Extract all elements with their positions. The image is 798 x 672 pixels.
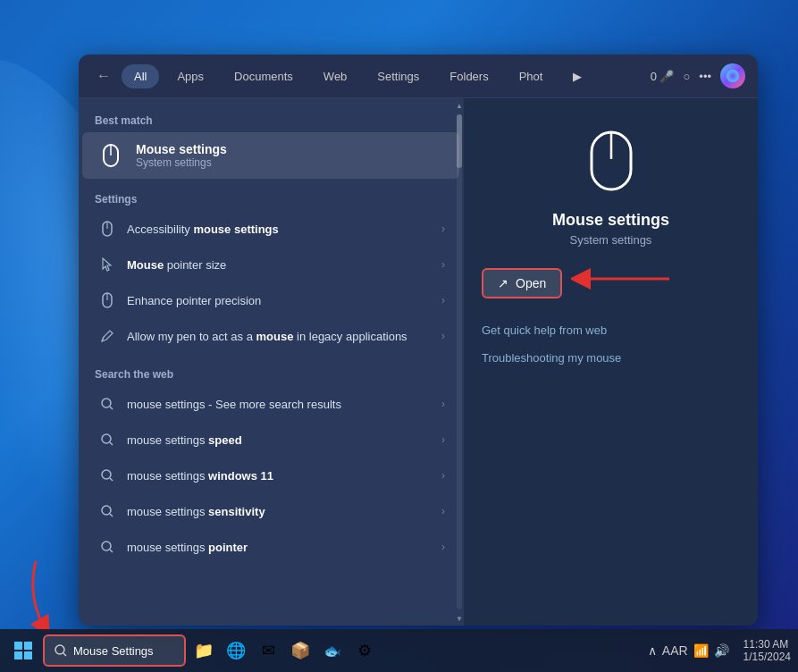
mouse-icon [97,218,118,239]
best-match-label: Best match [79,111,463,132]
list-item[interactable]: mouse settings - See more search results… [82,386,459,422]
best-match-title: Mouse settings [136,142,227,156]
svg-line-11 [110,442,113,445]
svg-line-17 [110,550,113,552]
list-item[interactable]: mouse settings sensitivity › [82,493,459,529]
scroll-down[interactable]: ▼ [456,611,463,626]
tray-icons: ∧ AAR 📶 🔊 [641,643,736,658]
right-title: Mouse settings [552,211,669,230]
open-icon: ↗ [498,276,508,290]
chevron-icon: › [441,294,445,307]
search-icon [97,393,118,415]
item-text: mouse settings pointer [127,541,433,554]
right-links: Get quick help from web Troubleshooting … [482,316,740,372]
taskbar: Mouse Settings 📁 🌐 ✉ 📦 🐟 ⚙ ∧ AAR 📶 🔊 11:… [0,629,798,672]
chevron-icon: › [441,469,445,482]
best-match-item[interactable]: Mouse settings System settings [82,132,459,179]
svg-rect-22 [14,651,22,659]
nav-circle[interactable]: ○ [683,70,690,83]
tab-documents[interactable]: Documents [222,64,306,88]
tab-folders[interactable]: Folders [437,64,500,88]
item-text: Accessibility mouse settings [127,223,433,236]
tab-settings[interactable]: Settings [365,64,432,88]
taskbar-search-text: Mouse Settings [73,644,154,658]
copilot-icon[interactable] [720,63,745,88]
open-button[interactable]: ↗ Open [482,268,562,298]
taskbar-store-icon[interactable]: 📦 [286,636,315,665]
chevron-icon: › [441,258,445,271]
list-item[interactable]: Allow my pen to act as a mouse in legacy… [82,318,459,354]
scroll-up[interactable]: ▲ [456,98,463,113]
chevron-icon: › [441,330,445,342]
chevron-icon: › [441,398,445,410]
nav-back-button[interactable]: ← [91,63,116,88]
taskbar-clock[interactable]: 11:30 AM1/15/2024 [743,638,791,663]
item-text: Allow my pen to act as a mouse in legacy… [127,330,433,343]
svg-line-15 [110,514,113,517]
search-nav: ← All Apps Documents Web Settings Folder… [79,55,758,98]
list-item[interactable]: mouse settings speed › [82,422,459,458]
taskbar-edge-icon[interactable]: 🌐 [222,636,250,665]
item-text: mouse settings windows 11 [127,469,433,483]
web-label: Search the web [79,365,463,386]
taskbar-files-icon[interactable]: 📁 [189,636,218,665]
list-item[interactable]: Accessibility mouse settings › [82,211,459,247]
taskbar-right: ∧ AAR 📶 🔊 11:30 AM1/15/2024 [641,638,791,663]
svg-point-24 [55,645,64,654]
tray-up-icon[interactable]: ∧ [648,643,657,658]
list-item[interactable]: mouse settings pointer › [82,529,459,565]
troubleshoot-link[interactable]: Troubleshooting my mouse [482,344,740,372]
list-item[interactable]: mouse settings windows 11 › [82,458,459,493]
search-icon [97,429,118,450]
list-item[interactable]: Enhance pointer precision › [82,282,459,318]
tray-aac-icon[interactable]: AAR [662,643,688,658]
chevron-icon: › [441,223,445,235]
nav-more-button[interactable]: ••• [699,70,711,83]
best-match-subtitle: System settings [136,156,227,169]
taskbar-teams-icon[interactable]: 🐟 [318,636,347,665]
tab-photos[interactable]: Phot [507,64,556,88]
tab-all[interactable]: All [122,64,159,88]
search-icon [97,465,118,486]
quick-help-link[interactable]: Get quick help from web [482,316,740,344]
nav-right: 0 🎤 ○ ••• [651,63,745,88]
taskbar-search[interactable]: Mouse Settings [43,634,186,667]
mouse2-icon [97,290,118,311]
scroll-bar: ▲ ▼ [456,98,463,626]
desktop: ← All Apps Documents Web Settings Folder… [0,0,798,672]
pen-icon [97,325,118,347]
search-right-panel: Mouse settings System settings ↗ Open [463,98,758,626]
pointer-icon [97,254,118,275]
svg-rect-21 [24,642,32,650]
chevron-icon: › [441,541,445,553]
tab-play[interactable]: ▶ [560,64,594,88]
search-icon [97,500,118,522]
taskbar-mail-icon[interactable]: ✉ [254,636,282,665]
mouse-settings-icon [97,141,125,170]
mouse-large-icon [575,125,647,197]
svg-point-0 [727,70,739,82]
scroll-track [457,114,462,609]
scroll-handle[interactable] [457,114,462,168]
tab-apps[interactable]: Apps [164,64,216,88]
item-text: Enhance pointer precision [127,294,433,307]
svg-point-16 [102,542,111,550]
item-text: Mouse pointer size [127,258,433,272]
list-item[interactable]: Mouse pointer size › [82,247,459,282]
item-text: mouse settings sensitivity [127,505,433,518]
search-icon [97,536,118,558]
taskbar-settings-icon[interactable]: ⚙ [350,636,379,665]
svg-line-13 [110,478,113,481]
item-text: mouse settings speed [127,433,433,447]
start-button[interactable] [7,634,39,667]
tab-web[interactable]: Web [311,64,360,88]
svg-line-25 [63,653,66,656]
chevron-icon: › [441,505,445,517]
svg-point-12 [102,470,111,479]
red-arrow [571,261,678,297]
svg-point-10 [102,434,111,443]
tray-volume-icon[interactable]: 🔊 [714,643,729,658]
svg-point-14 [102,506,111,515]
tray-wifi-icon[interactable]: 📶 [693,643,709,658]
search-popup: ← All Apps Documents Web Settings Folder… [79,55,758,626]
